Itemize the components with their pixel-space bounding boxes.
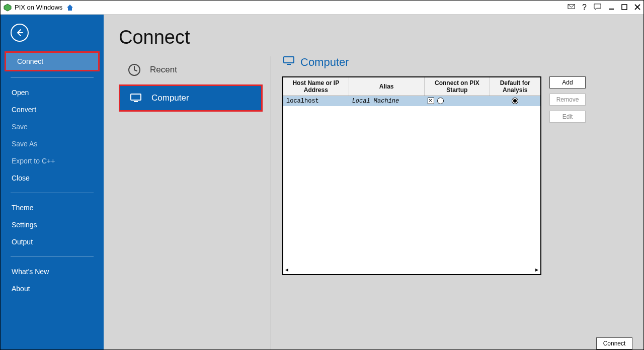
sidebar-item-theme[interactable]: Theme [1, 199, 104, 216]
svg-rect-5 [131, 94, 141, 100]
cell-host: localhost [283, 96, 349, 107]
sidebar-item-whatsnew[interactable]: What's New [1, 263, 104, 280]
section-title: Computer [282, 54, 632, 70]
table-action-buttons: Add Remove Edit [549, 76, 586, 128]
caption-buttons: ? [568, 3, 640, 12]
add-button[interactable]: Add [549, 76, 586, 89]
computer-section-icon [282, 54, 295, 70]
main-panel: Connect Recent Computer [104, 15, 643, 349]
hosts-table: Host Name or IP Address Alias Connect on… [283, 77, 540, 106]
col-host[interactable]: Host Name or IP Address [283, 77, 349, 96]
table-row[interactable]: localhost Local Machine [283, 96, 540, 107]
maximize-icon[interactable] [621, 4, 627, 12]
sidebar-item-export[interactable]: Export to C++ [1, 152, 104, 169]
sidebar-item-connect[interactable]: Connect [5, 51, 100, 71]
back-button[interactable] [11, 24, 29, 42]
connect-button[interactable]: Connect [596, 337, 632, 349]
svg-rect-2 [609, 9, 614, 10]
titlebar-title: PIX on Windows [15, 4, 62, 11]
clock-icon [127, 62, 142, 77]
remove-button[interactable]: Remove [549, 94, 586, 106]
help-icon[interactable]: ? [582, 3, 587, 12]
sidebar-item-about[interactable]: About [1, 280, 104, 297]
sidebar-item-settings[interactable]: Settings [1, 216, 104, 233]
app-icon [4, 4, 12, 12]
svg-rect-8 [287, 64, 291, 65]
feedback-icon[interactable] [568, 3, 575, 12]
vertical-divider [271, 56, 271, 349]
cell-default[interactable] [490, 96, 540, 107]
radio-empty-icon[interactable] [437, 98, 444, 104]
cell-startup[interactable] [424, 96, 490, 107]
edit-button[interactable]: Edit [549, 111, 586, 123]
svg-rect-3 [622, 5, 627, 10]
col-startup[interactable]: Connect on PIX Startup [424, 77, 490, 96]
computer-icon [128, 91, 143, 106]
close-icon[interactable] [634, 4, 640, 12]
chat-icon[interactable] [594, 3, 601, 12]
hosts-table-container: Host Name or IP Address Alias Connect on… [282, 76, 541, 275]
sidebar-item-save[interactable]: Save [1, 118, 104, 135]
category-label: Computer [151, 93, 189, 103]
col-default[interactable]: Default for Analysis [490, 77, 540, 96]
svg-rect-7 [284, 57, 294, 63]
page-title: Connect [119, 27, 632, 48]
sidebar-item-close[interactable]: Close [1, 169, 104, 187]
col-alias[interactable]: Alias [349, 77, 424, 96]
minimize-icon[interactable] [608, 4, 614, 12]
category-label: Recent [150, 65, 177, 75]
radio-filled-icon[interactable] [512, 98, 518, 104]
checkbox-icon[interactable] [428, 98, 434, 104]
titlebar: PIX on Windows ? [1, 1, 643, 15]
sidebar-item-saveas[interactable]: Save As [1, 135, 104, 152]
home-icon[interactable] [65, 3, 74, 12]
sidebar-item-output[interactable]: Output [1, 233, 104, 250]
svg-marker-0 [4, 4, 11, 11]
category-computer[interactable]: Computer [119, 84, 263, 112]
svg-rect-6 [134, 101, 138, 102]
sidebar-item-convert[interactable]: Convert [1, 101, 104, 118]
cell-alias: Local Machine [349, 96, 424, 107]
sidebar-item-label: Connect [17, 57, 43, 65]
horizontal-scroll-indicator: ◂▸ [285, 266, 538, 273]
sidebar-item-open[interactable]: Open [1, 84, 104, 101]
category-list: Recent Computer [119, 56, 269, 349]
detail-panel: Computer Host Name or IP Address Alias [273, 56, 632, 349]
sidebar: Connect Open Convert Save Save As Export… [1, 15, 104, 349]
pix-window: PIX on Windows ? [0, 0, 644, 350]
category-recent[interactable]: Recent [119, 56, 263, 83]
